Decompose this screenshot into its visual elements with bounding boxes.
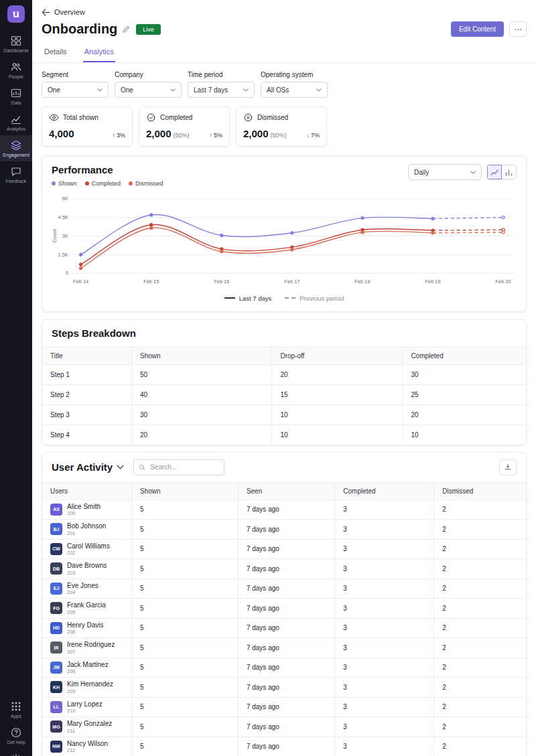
user-completed: 3 [335,500,434,520]
sidebar-item-configure[interactable]: Configure [0,749,32,756]
edit-title-pencil-icon[interactable] [122,25,130,33]
user-seen: 7 days ago [238,500,334,520]
user-dismissed: 2 [434,599,526,619]
user-seen: 7 days ago [238,638,334,658]
step-title: Step 2 [42,384,132,404]
user-row[interactable]: FG Frank Garcia 205 5 7 days ago 3 2 [42,599,526,619]
sidebar-item-dashboards[interactable]: Dashboards [0,31,32,57]
steps-row: Step 4 20 10 10 [42,425,526,445]
page-title: Onboarding [42,21,117,37]
legend-dot [85,181,89,185]
user-dismissed: 2 [434,500,526,520]
sidebar-item-apps[interactable]: Apps [0,696,32,723]
sidebar-item-get-help[interactable]: Get Help [0,723,32,749]
user-cell: BJ Bob Johnson 201 [50,522,123,536]
filter-select-operating-system[interactable]: All OSs [261,82,328,98]
sidebar-item-label: Engagement [3,153,29,157]
main-content: Overview Onboarding Live Edit Content ⋯ … [32,0,536,756]
sidebar-item-label: Feedback [6,179,27,183]
user-row[interactable]: LL Larry Lopez 210 5 7 days ago 3 2 [42,697,526,717]
sidebar-item-engagement[interactable]: Engagement [0,135,32,161]
delta-arrow-icon: ↓ [306,132,310,139]
user-completed: 3 [335,638,434,658]
granularity-select[interactable]: Daily [408,164,482,180]
user-seen: 7 days ago [238,658,334,678]
bar-chart-toggle[interactable] [502,165,517,179]
user-id: 202 [67,550,110,556]
avatar: MG [50,721,62,733]
user-row[interactable]: HD Henry Davis 206 5 7 days ago 3 2 [42,618,526,638]
stat-sub: (50%) [174,132,190,139]
user-dismissed: 2 [434,559,526,579]
svg-text:Count: Count [52,230,58,243]
user-name: Carol Williams [67,542,110,550]
user-name: Frank Garcia [67,601,106,609]
step-completed: 20 [403,404,526,425]
back-link[interactable]: Overview [54,8,85,16]
sidebar-item-label: Dashboards [3,48,29,53]
user-name: Larry Lopez [67,700,103,708]
user-row[interactable]: NW Nancy Wilson 212 5 7 days ago 3 2 [42,737,526,756]
filter-select-time-period[interactable]: Last 7 days [188,82,255,98]
back-arrow-icon[interactable] [42,9,50,16]
stat-value: 2,000 [146,128,172,139]
user-shown: 5 [132,579,239,599]
user-row[interactable]: JM Jack Martinez 208 5 7 days ago 3 2 [42,658,526,678]
column-header-dismissed: Dismissed [434,482,526,500]
user-completed: 3 [335,697,434,717]
search-input[interactable] [149,463,219,471]
legend-label: Dismissed [135,180,163,187]
user-row[interactable]: AS Alice Smith 200 5 7 days ago 3 2 [42,500,526,520]
user-id: 207 [67,649,115,655]
user-row[interactable]: IR Irene Rodriguez 207 5 7 days ago 3 2 [42,638,526,658]
granularity-value: Daily [414,169,429,176]
user-cell: DB Dave Browns 203 [50,562,123,576]
app-logo[interactable]: u [7,5,25,23]
user-cell: KH Kim Hernandez 209 [50,680,123,694]
user-seen: 7 days ago [238,599,334,619]
filter-select-segment[interactable]: One [42,82,109,98]
user-activity-title: User Activity [52,461,113,473]
legend-label: Previous period [299,295,344,302]
legend-dot [52,181,56,185]
download-button[interactable] [499,459,517,475]
edit-content-button[interactable]: Edit Content [451,21,504,37]
avatar: EJ [50,583,62,595]
tab-analytics[interactable]: Analytics [83,45,115,62]
user-row[interactable]: EJ Eve Jones 204 5 7 days ago 3 2 [42,579,526,599]
filter-select-value: One [48,86,60,94]
user-shown: 5 [132,697,239,717]
sidebar-item-feedback[interactable]: Feedback [0,161,32,187]
steps-breakdown-title: Steps Breakdown [52,327,136,339]
step-title: Step 1 [42,364,132,384]
chevron-down-icon[interactable] [117,465,124,469]
user-id: 206 [67,629,103,635]
user-row[interactable]: BJ Bob Johnson 201 5 7 days ago 3 2 [42,520,526,540]
chart-legend-item: Dismissed [129,180,163,187]
step-shown: 30 [132,404,272,425]
user-row[interactable]: KH Kim Hernandez 209 5 7 days ago 3 2 [42,678,526,698]
user-name: Mary Gonzalez [67,720,112,728]
sidebar-nav: Dashboards People Data Analytics Engagem… [0,31,32,187]
filter-select-company[interactable]: One [115,82,182,98]
stat-value: 4,000 [49,128,74,139]
more-options-button[interactable]: ⋯ [509,21,527,37]
user-shown: 5 [132,717,239,737]
svg-text:Feb 19: Feb 19 [425,279,441,285]
tab-details[interactable]: Details [43,45,68,62]
user-row[interactable]: DB Dave Browns 203 5 7 days ago 3 2 [42,559,526,579]
user-row[interactable]: CW Carol Williams 202 5 7 days ago 3 2 [42,539,526,559]
sidebar-item-data[interactable]: Data [0,83,32,109]
sidebar-item-people[interactable]: People [0,57,32,83]
avatar: NW [50,741,62,753]
sidebar-item-analytics[interactable]: Analytics [0,109,32,135]
search-icon [139,464,145,471]
svg-text:Feb 20: Feb 20 [496,279,511,285]
stat-label: Dismissed [257,114,288,121]
stat-delta: ↑ 3% [112,132,125,139]
line-chart-toggle[interactable] [487,165,502,179]
user-row[interactable]: MG Mary Gonzalez 211 5 7 days ago 3 2 [42,717,526,737]
stat-delta-value: 7% [311,132,320,139]
user-name: Jack Martinez [67,661,109,669]
user-seen: 7 days ago [238,579,334,599]
